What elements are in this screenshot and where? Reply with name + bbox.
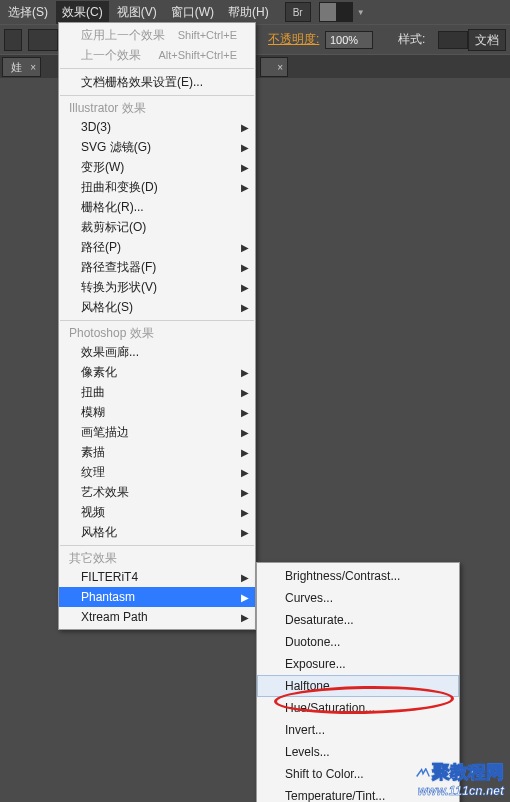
- document-tab-2[interactable]: ×: [260, 57, 288, 77]
- menu-stylize-ai[interactable]: 风格化(S)▶: [59, 297, 255, 317]
- menu-filterit4[interactable]: FILTERiT4▶: [59, 567, 255, 587]
- chevron-right-icon: ▶: [241, 527, 249, 538]
- menu-artistic[interactable]: 艺术效果▶: [59, 482, 255, 502]
- chevron-right-icon: ▶: [241, 467, 249, 478]
- menu-distort-transform[interactable]: 扭曲和变换(D)▶: [59, 177, 255, 197]
- submenu-hue-saturation[interactable]: Hue/Saturation...: [257, 697, 459, 719]
- menu-effect-gallery[interactable]: 效果画廊...: [59, 342, 255, 362]
- menu-xtream-path[interactable]: Xtream Path▶: [59, 607, 255, 627]
- menu-brush-strokes[interactable]: 画笔描边▶: [59, 422, 255, 442]
- menu-apply-last-effect: 应用上一个效果 Shift+Ctrl+E: [59, 25, 255, 45]
- submenu-duotone[interactable]: Duotone...: [257, 631, 459, 653]
- watermark: 聚教程网 www.111cn.net: [416, 760, 504, 798]
- chevron-right-icon: ▶: [241, 242, 249, 253]
- submenu-invert[interactable]: Invert...: [257, 719, 459, 741]
- document-button[interactable]: 文档: [468, 29, 506, 51]
- chevron-right-icon: ▶: [241, 262, 249, 273]
- effects-menu: 应用上一个效果 Shift+Ctrl+E 上一个效果 Alt+Shift+Ctr…: [58, 22, 256, 630]
- chevron-right-icon: ▶: [241, 612, 249, 623]
- chevron-right-icon: ▶: [241, 487, 249, 498]
- watermark-url: www.111cn.net: [416, 784, 504, 798]
- watermark-title: 聚教程网: [416, 760, 504, 784]
- option-seg-1[interactable]: [4, 29, 22, 51]
- separator: [60, 545, 254, 546]
- close-icon[interactable]: ×: [277, 62, 283, 73]
- menu-pathfinder[interactable]: 路径查找器(F)▶: [59, 257, 255, 277]
- menu-path[interactable]: 路径(P)▶: [59, 237, 255, 257]
- chevron-right-icon: ▶: [241, 572, 249, 583]
- chevron-right-icon: ▶: [241, 427, 249, 438]
- menu-blur[interactable]: 模糊▶: [59, 402, 255, 422]
- opacity-input[interactable]: 100%: [325, 31, 373, 49]
- menu-texture[interactable]: 纹理▶: [59, 462, 255, 482]
- submenu-desaturate[interactable]: Desaturate...: [257, 609, 459, 631]
- menu-distort-ps[interactable]: 扭曲▶: [59, 382, 255, 402]
- chevron-right-icon: ▶: [241, 182, 249, 193]
- arrange-docs-button[interactable]: [319, 2, 353, 22]
- chevron-right-icon: ▶: [241, 367, 249, 378]
- menu-phantasm[interactable]: Phantasm▶: [59, 587, 255, 607]
- menu-window[interactable]: 窗口(W): [165, 1, 220, 24]
- submenu-exposure[interactable]: Exposure...: [257, 653, 459, 675]
- submenu-brightness-contrast[interactable]: Brightness/Contrast...: [257, 565, 459, 587]
- menu-rasterize[interactable]: 栅格化(R)...: [59, 197, 255, 217]
- document-tab-1[interactable]: 娃 ×: [2, 57, 41, 77]
- menu-stylize-ps[interactable]: 风格化▶: [59, 522, 255, 542]
- menu-effects[interactable]: 效果(C): [56, 1, 109, 24]
- option-seg-2[interactable]: [28, 29, 58, 51]
- separator: [60, 320, 254, 321]
- close-icon[interactable]: ×: [30, 62, 36, 73]
- chevron-right-icon: ▶: [241, 387, 249, 398]
- section-other: 其它效果: [59, 549, 255, 567]
- chevron-right-icon: ▶: [241, 447, 249, 458]
- chevron-right-icon: ▶: [241, 142, 249, 153]
- menu-doc-raster-settings[interactable]: 文档栅格效果设置(E)...: [59, 72, 255, 92]
- menu-3d[interactable]: 3D(3)▶: [59, 117, 255, 137]
- section-photoshop: Photoshop 效果: [59, 324, 255, 342]
- menu-video[interactable]: 视频▶: [59, 502, 255, 522]
- chevron-right-icon: ▶: [241, 162, 249, 173]
- style-label: 样式:: [398, 31, 425, 48]
- separator: [60, 95, 254, 96]
- section-illustrator: Illustrator 效果: [59, 99, 255, 117]
- separator: [60, 68, 254, 69]
- style-swatch[interactable]: [438, 31, 468, 49]
- menu-warp[interactable]: 变形(W)▶: [59, 157, 255, 177]
- opacity-label: 不透明度:: [268, 31, 319, 48]
- chevron-right-icon: ▶: [241, 592, 249, 603]
- menu-sketch[interactable]: 素描▶: [59, 442, 255, 462]
- chevron-right-icon: ▶: [241, 282, 249, 293]
- menu-help[interactable]: 帮助(H): [222, 1, 275, 24]
- menu-view[interactable]: 视图(V): [111, 1, 163, 24]
- tab-label: 娃: [11, 60, 22, 75]
- chevron-right-icon: ▶: [241, 507, 249, 518]
- chevron-right-icon: ▶: [241, 122, 249, 133]
- submenu-halftone[interactable]: Halftone...: [257, 675, 459, 697]
- menu-svg-filters[interactable]: SVG 滤镜(G)▶: [59, 137, 255, 157]
- chevron-down-icon: ▼: [357, 8, 365, 17]
- menu-convert-shape[interactable]: 转换为形状(V)▶: [59, 277, 255, 297]
- wing-icon: [416, 768, 430, 778]
- menu-crop-marks[interactable]: 裁剪标记(O): [59, 217, 255, 237]
- menubar: 选择(S) 效果(C) 视图(V) 窗口(W) 帮助(H) Br ▼: [0, 0, 510, 24]
- chevron-right-icon: ▶: [241, 302, 249, 313]
- bridge-button[interactable]: Br: [285, 2, 311, 22]
- menu-pixelate[interactable]: 像素化▶: [59, 362, 255, 382]
- menu-last-effect: 上一个效果 Alt+Shift+Ctrl+E: [59, 45, 255, 65]
- chevron-right-icon: ▶: [241, 407, 249, 418]
- menu-select[interactable]: 选择(S): [2, 1, 54, 24]
- submenu-curves[interactable]: Curves...: [257, 587, 459, 609]
